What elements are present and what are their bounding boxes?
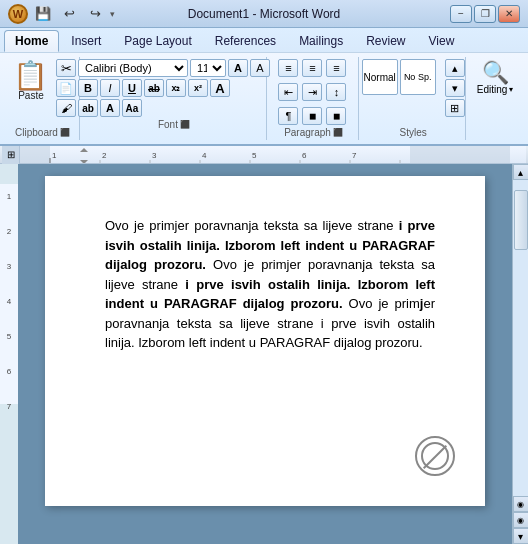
title-bar-left: W 💾 ↩ ↪ ▾: [8, 4, 115, 24]
sort-btn[interactable]: ↕: [326, 83, 346, 101]
superscript-btn[interactable]: x²: [188, 79, 208, 97]
vruler-svg: 1 2 3 4 5 6 7: [0, 164, 18, 544]
tab-mailings[interactable]: Mailings: [288, 30, 354, 52]
styles-scroll-up[interactable]: ▴: [445, 59, 465, 77]
scroll-thumb-v[interactable]: [514, 190, 528, 250]
editing-dropdown-arrow[interactable]: ▾: [509, 85, 513, 94]
text-bold-2: i prve isvih ostalih linija. Izborom lef…: [105, 277, 435, 312]
style-normal[interactable]: Normal: [362, 59, 398, 95]
styles-grid: Normal No Sp.: [362, 59, 442, 95]
styles-scroll-down[interactable]: ▾: [445, 79, 465, 97]
ribbon-group-editing: 🔍 Editing ▾ Editing: [468, 57, 522, 140]
underline-btn[interactable]: U: [122, 79, 142, 97]
show-para-btn[interactable]: ¶: [278, 107, 298, 125]
qat-dropdown[interactable]: ▾: [110, 9, 115, 19]
scroll-track-v[interactable]: [513, 180, 528, 496]
clipboard-items: 📋 Paste ✂ 📄 🖌: [8, 59, 76, 125]
document-page: Ovo je primjer poravnanja teksta sa lije…: [45, 176, 485, 506]
cut-copy-btns: ✂ 📄 🖌: [56, 59, 76, 117]
undo-qat-btn[interactable]: ↩: [58, 4, 80, 24]
styles-items: Normal No Sp. ▴ ▾ ⊞: [362, 59, 465, 125]
bold-btn[interactable]: B: [78, 79, 98, 97]
title-bar: W 💾 ↩ ↪ ▾ Document1 - Microsoft Word − ❐…: [0, 0, 528, 28]
bullets-btn[interactable]: ≡: [278, 59, 298, 77]
italic-btn[interactable]: I: [100, 79, 120, 97]
vertical-scrollbar: ▴ ◉ ◉ ▾: [512, 164, 528, 544]
decrease-indent-btn[interactable]: ⇤: [278, 83, 298, 101]
tab-insert[interactable]: Insert: [60, 30, 112, 52]
svg-text:2: 2: [7, 227, 12, 236]
font-controls: Calibri (Body) 11 A A B I U ab x₂ x² A: [78, 59, 270, 117]
minimize-btn[interactable]: −: [450, 5, 472, 23]
font-name-select[interactable]: Calibri (Body): [78, 59, 188, 77]
tab-page-layout[interactable]: Page Layout: [113, 30, 202, 52]
grow-font-btn[interactable]: A: [228, 59, 248, 77]
paste-btn[interactable]: 📋 Paste: [8, 59, 53, 104]
svg-marker-19: [80, 148, 88, 152]
office-logo: W: [8, 4, 28, 24]
ruler-svg: 1 2 3 4 5 6 7: [20, 146, 526, 163]
font-color-btn[interactable]: A: [100, 99, 120, 117]
format-painter-btn[interactable]: 🖌: [56, 99, 76, 117]
font-dialog-launcher[interactable]: ⬛: [180, 120, 190, 129]
redo-qat-btn[interactable]: ↪: [84, 4, 106, 24]
ruler-corner[interactable]: ⊞: [2, 146, 20, 164]
ribbon-content: 📋 Paste ✂ 📄 🖌 Clipboard ⬛ Calibri (Bod: [0, 52, 528, 144]
scroll-up-btn[interactable]: ▴: [513, 164, 529, 180]
clipboard-dialog-launcher[interactable]: ⬛: [60, 128, 70, 137]
styles-label: Styles: [400, 127, 427, 138]
shrink-font-btn[interactable]: A: [250, 59, 270, 77]
subscript-btn[interactable]: x₂: [166, 79, 186, 97]
svg-text:4: 4: [7, 297, 12, 306]
document-text[interactable]: Ovo je primjer poravnanja teksta sa lije…: [105, 216, 435, 353]
horizontal-ruler: ⊞ 1 2 3 4 5 6 7: [0, 146, 528, 164]
multilevel-btn[interactable]: ≡: [326, 59, 346, 77]
editing-items: 🔍 Editing ▾: [472, 59, 519, 125]
ribbon-group-clipboard: 📋 Paste ✂ 📄 🖌 Clipboard ⬛: [6, 57, 80, 140]
editing-btn[interactable]: 🔍 Editing ▾: [472, 59, 519, 98]
editing-label: Editing: [477, 84, 508, 95]
clear-format-btn[interactable]: A: [210, 79, 230, 97]
paragraph-label: Paragraph ⬛: [284, 127, 343, 138]
clipboard-label: Clipboard ⬛: [15, 127, 70, 138]
svg-text:1: 1: [7, 192, 12, 201]
svg-text:7: 7: [7, 402, 12, 411]
numbering-btn[interactable]: ≡: [302, 59, 322, 77]
prev-page-btn[interactable]: ◉: [513, 496, 529, 512]
align-center-btn[interactable]: ◼: [326, 107, 346, 125]
close-btn[interactable]: ✕: [498, 5, 520, 23]
watermark-inner: [421, 442, 449, 470]
document-area: 1 2 3 4 5 6 7 Ovo je primjer poravnanja …: [0, 164, 528, 544]
next-page-btn[interactable]: ◉: [513, 512, 529, 528]
svg-text:7: 7: [352, 151, 357, 160]
paragraph-dialog-launcher[interactable]: ⬛: [333, 128, 343, 137]
increase-indent-btn[interactable]: ⇥: [302, 83, 322, 101]
svg-marker-18: [80, 160, 88, 163]
ribbon-tabs: Home Insert Page Layout References Maili…: [0, 28, 528, 52]
restore-btn[interactable]: ❐: [474, 5, 496, 23]
font-size-select[interactable]: 11: [190, 59, 226, 77]
svg-text:4: 4: [202, 151, 207, 160]
svg-text:3: 3: [152, 151, 157, 160]
scroll-down-btn[interactable]: ▾: [513, 528, 529, 544]
vertical-ruler: 1 2 3 4 5 6 7: [0, 164, 18, 544]
tab-view[interactable]: View: [418, 30, 466, 52]
text-bold-1: i prve isvih ostalih linija. Izborom lef…: [105, 218, 435, 272]
style-no-spacing[interactable]: No Sp.: [400, 59, 436, 95]
tab-references[interactable]: References: [204, 30, 287, 52]
copy-btn[interactable]: 📄: [56, 79, 76, 97]
cursor-pos: a: [365, 257, 372, 272]
change-case-btn[interactable]: Aa: [122, 99, 142, 117]
highlight-color-btn[interactable]: ab: [78, 99, 98, 117]
svg-text:6: 6: [7, 367, 12, 376]
tab-review[interactable]: Review: [355, 30, 416, 52]
save-qat-btn[interactable]: 💾: [32, 4, 54, 24]
strikethrough-btn[interactable]: ab: [144, 79, 164, 97]
svg-text:3: 3: [7, 262, 12, 271]
tab-home[interactable]: Home: [4, 30, 59, 52]
document-scroll[interactable]: Ovo je primjer poravnanja teksta sa lije…: [18, 164, 512, 544]
font-color-row: ab A Aa: [78, 99, 270, 117]
styles-more[interactable]: ⊞: [445, 99, 465, 117]
cut-btn[interactable]: ✂: [56, 59, 76, 77]
align-left-btn[interactable]: ◼: [302, 107, 322, 125]
